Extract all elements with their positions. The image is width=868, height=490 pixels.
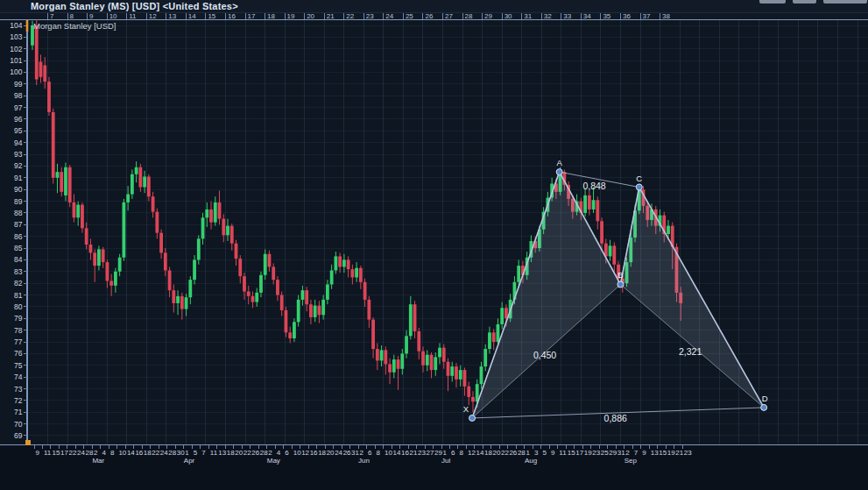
svg-text:26: 26 (251, 449, 259, 457)
svg-text:22: 22 (68, 449, 76, 457)
svg-text:78: 78 (14, 326, 23, 335)
svg-text:Mar: Mar (92, 457, 104, 465)
svg-text:72: 72 (14, 396, 23, 405)
svg-text:18: 18 (144, 449, 152, 457)
svg-text:86: 86 (14, 232, 23, 241)
svg-text:15: 15 (52, 449, 60, 457)
svg-text:11: 11 (559, 449, 567, 457)
svg-text:29: 29 (609, 449, 617, 457)
pattern-ratio-label: 2,321 (679, 346, 702, 357)
svg-text:101: 101 (10, 56, 22, 65)
svg-text:2: 2 (268, 449, 272, 457)
svg-text:16: 16 (135, 449, 143, 457)
svg-text:9: 9 (551, 449, 555, 457)
svg-text:9: 9 (642, 449, 646, 457)
svg-text:2: 2 (360, 449, 364, 457)
svg-text:12: 12 (468, 449, 476, 457)
svg-text:15: 15 (659, 449, 667, 457)
pattern-point-label: X (463, 404, 469, 414)
svg-text:23: 23 (684, 449, 692, 457)
svg-text:Sep: Sep (625, 457, 638, 465)
svg-text:Jul: Jul (441, 457, 450, 465)
svg-text:21: 21 (675, 449, 683, 457)
svg-text:91: 91 (14, 174, 23, 182)
svg-text:80: 80 (14, 302, 23, 311)
svg-text:31: 31 (351, 449, 359, 457)
svg-text:81: 81 (14, 291, 23, 300)
svg-text:14: 14 (476, 449, 483, 457)
svg-text:16: 16 (310, 449, 318, 457)
svg-text:103: 103 (10, 32, 22, 41)
svg-text:1: 1 (526, 449, 530, 457)
svg-text:11: 11 (210, 449, 218, 457)
svg-text:22: 22 (243, 449, 251, 457)
svg-text:20: 20 (235, 449, 243, 457)
svg-text:8: 8 (110, 449, 115, 457)
svg-text:4: 4 (277, 449, 281, 457)
svg-text:Aug: Aug (525, 457, 537, 465)
svg-text:28: 28 (168, 449, 176, 457)
close-button[interactable] (823, 0, 867, 4)
svg-text:6: 6 (368, 449, 372, 457)
svg-text:14: 14 (127, 449, 135, 457)
window-title: Morgan Stanley (MS) [USD] <United States… (31, 1, 238, 11)
svg-text:97: 97 (14, 103, 23, 112)
svg-text:85: 85 (14, 244, 23, 252)
svg-text:10: 10 (385, 449, 392, 457)
svg-text:10: 10 (118, 449, 126, 457)
svg-text:89: 89 (14, 197, 23, 206)
svg-text:30: 30 (177, 449, 185, 457)
svg-text:83: 83 (14, 267, 23, 276)
svg-text:93: 93 (14, 150, 23, 159)
svg-text:13: 13 (651, 449, 659, 457)
svg-text:11: 11 (44, 449, 52, 457)
minimize-button[interactable] (759, 0, 786, 4)
svg-text:2: 2 (625, 449, 630, 457)
svg-text:7: 7 (201, 449, 206, 457)
svg-text:75: 75 (14, 361, 23, 370)
maximize-button[interactable] (793, 0, 816, 4)
svg-text:Jun: Jun (358, 457, 370, 465)
pattern-point-b[interactable] (617, 281, 624, 288)
series-legend-label: Morgan Stanley [USD] (33, 21, 116, 31)
pattern-point-d[interactable] (761, 404, 767, 410)
svg-text:73: 73 (14, 385, 23, 394)
svg-text:3: 3 (534, 449, 539, 457)
svg-text:95: 95 (14, 126, 23, 135)
svg-text:94: 94 (14, 138, 23, 147)
svg-text:21: 21 (410, 449, 418, 457)
svg-text:82: 82 (14, 279, 23, 288)
svg-text:1: 1 (443, 449, 448, 457)
svg-text:102: 102 (10, 45, 22, 53)
svg-text:27: 27 (427, 449, 434, 457)
svg-text:31: 31 (617, 449, 625, 457)
svg-text:6: 6 (451, 449, 455, 457)
svg-text:87: 87 (14, 220, 23, 229)
svg-text:84: 84 (14, 255, 23, 264)
svg-text:9: 9 (36, 449, 40, 457)
svg-text:29: 29 (434, 449, 442, 457)
pattern-point-x[interactable] (469, 415, 476, 421)
svg-text:71: 71 (14, 408, 23, 416)
svg-text:100: 100 (10, 67, 22, 76)
svg-text:1: 1 (185, 449, 189, 457)
svg-text:98: 98 (14, 91, 23, 100)
svg-text:14: 14 (393, 449, 401, 457)
svg-text:18: 18 (484, 449, 492, 457)
svg-text:4: 4 (102, 449, 106, 457)
svg-text:19: 19 (667, 449, 675, 457)
svg-text:23: 23 (418, 449, 426, 457)
svg-text:26: 26 (509, 449, 517, 457)
price-chart-canvas[interactable]: 7891011121314151617181920212223242526272… (0, 0, 868, 490)
svg-text:24: 24 (335, 449, 342, 457)
svg-text:77: 77 (14, 337, 23, 346)
svg-text:70: 70 (14, 420, 23, 429)
svg-text:8: 8 (459, 449, 463, 457)
svg-text:76: 76 (14, 349, 23, 358)
svg-text:88: 88 (14, 209, 23, 217)
pattern-point-a[interactable] (556, 169, 562, 175)
pattern-point-c[interactable] (636, 184, 642, 190)
svg-text:22: 22 (501, 449, 509, 457)
window-controls (759, 0, 867, 4)
svg-text:24: 24 (160, 449, 168, 457)
